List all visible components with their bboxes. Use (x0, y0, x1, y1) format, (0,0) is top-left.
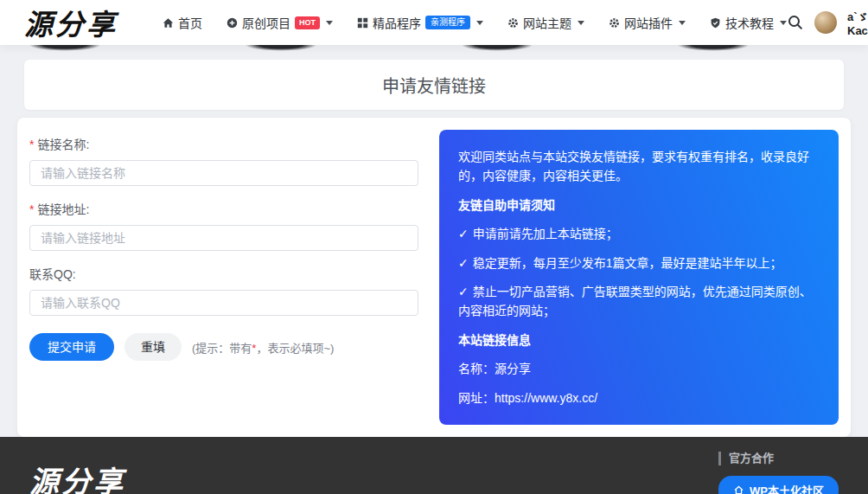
page: 源分享 首页 原创项目 HOT 精品程序 亲测程序 网站主题 (0, 0, 868, 494)
chevron-down-icon (326, 21, 333, 25)
nav-label: 技术教程 (725, 14, 774, 31)
nav-item-quality-programs[interactable]: 精品程序 亲测程序 (357, 14, 483, 31)
contact-qq-input[interactable] (29, 290, 418, 316)
nav-label: 精品程序 (373, 14, 421, 31)
shield-check-icon (710, 17, 721, 29)
check-icon: ✓ (458, 227, 469, 241)
gear-icon (507, 17, 519, 29)
nav-item-home[interactable]: 首页 (163, 14, 202, 31)
header-ink-decoration (0, 45, 868, 55)
site-url-link[interactable]: https://www.y8x.cc/ (495, 391, 597, 405)
nav-item-site-plugins[interactable]: 网站插件 (609, 14, 686, 31)
panel-intro: 欢迎同类站点与本站交换友情链接，要求有权重有排名，收录良好的，内容健康，内容相关… (458, 147, 820, 186)
footer: 源分享 官方合作 WP本土化社区 (0, 437, 868, 494)
chevron-down-icon (578, 21, 584, 25)
check-icon: ✓ (458, 256, 469, 270)
contact-qq-label: 联系QQ: (29, 265, 418, 282)
required-mark: * (29, 138, 34, 151)
form-hint: (提示：带有*，表示必填项~) (192, 339, 334, 356)
nav-label: 网站插件 (624, 14, 673, 31)
link-url-label: *链接地址: (29, 200, 418, 217)
user-avatar[interactable] (814, 11, 837, 34)
link-application-form: *链接名称: *链接地址: 联系QQ: 提交申请 重填 (提示：带有*，表示必填… (29, 130, 418, 425)
link-info-panel: 欢迎同类站点与本站交换友情链接，要求有权重有排名，收录良好的，内容健康，内容相关… (439, 130, 839, 425)
header-right: a`ゞKacin 永久VIP (787, 8, 868, 37)
site-url-line: 网址：https://www.y8x.cc/ (458, 388, 820, 407)
site-logo[interactable]: 源分享 (24, 2, 118, 43)
title-band: 申请友情链接 (24, 60, 844, 110)
hot-badge: HOT (295, 16, 320, 29)
submit-button[interactable]: 提交申请 (29, 333, 114, 361)
site-name-line: 名称：源分享 (458, 359, 820, 378)
home-icon (163, 17, 174, 29)
search-button[interactable] (787, 14, 804, 31)
nav-label: 首页 (178, 14, 202, 31)
nav-label: 网站主题 (523, 14, 571, 31)
site-info-title: 本站链接信息 (458, 330, 820, 350)
chevron-down-icon (780, 21, 787, 25)
search-icon (787, 14, 804, 31)
required-mark: * (29, 202, 34, 216)
rule-item: ✓申请前请先加上本站链接； (458, 224, 820, 243)
footer-partner-block: 官方合作 WP本土化社区 (718, 452, 839, 494)
grid-icon (357, 17, 368, 29)
header: 源分享 首页 原创项目 HOT 精品程序 亲测程序 网站主题 (0, 0, 868, 45)
page-title: 申请友情链接 (382, 73, 486, 98)
gear-icon (609, 17, 620, 29)
check-icon: ✓ (458, 285, 469, 298)
main-card: *链接名称: *链接地址: 联系QQ: 提交申请 重填 (提示：带有*，表示必填… (17, 118, 851, 437)
partner-section-title: 官方合作 (718, 452, 774, 465)
reset-button[interactable]: 重填 (124, 333, 182, 361)
footer-logo: 源分享 (29, 459, 125, 494)
nav-item-site-themes[interactable]: 网站主题 (507, 14, 584, 31)
notice-title: 友链自助申请须知 (458, 196, 820, 215)
chevron-down-icon (679, 21, 686, 25)
nav-item-tech-tutorials[interactable]: 技术教程 (710, 14, 787, 31)
nav-item-original-projects[interactable]: 原创项目 HOT (227, 14, 333, 31)
chevron-down-icon (476, 21, 483, 25)
rule-item: ✓稳定更新，每月至少发布1篇文章，最好是建站半年以上； (458, 253, 820, 273)
link-name-input[interactable] (29, 160, 418, 186)
rule-item: ✓禁止一切产品营销、广告联盟类型的网站，优先通过同类原创、内容相近的网站； (458, 282, 820, 321)
nav-label: 原创项目 (242, 14, 290, 31)
link-url-input[interactable] (29, 225, 418, 251)
plus-circle-icon (227, 17, 238, 29)
tested-badge: 亲测程序 (425, 16, 470, 29)
main-nav: 首页 原创项目 HOT 精品程序 亲测程序 网站主题 网站插件 (163, 14, 787, 31)
home-icon (733, 484, 744, 494)
wp-community-button[interactable]: WP本土化社区 (718, 476, 839, 494)
link-name-label: *链接名称: (29, 135, 418, 152)
wp-community-button-label: WP本土化社区 (750, 482, 824, 494)
username[interactable]: a`ゞKacin (847, 8, 868, 37)
form-actions: 提交申请 重填 (提示：带有*，表示必填项~) (29, 333, 418, 361)
